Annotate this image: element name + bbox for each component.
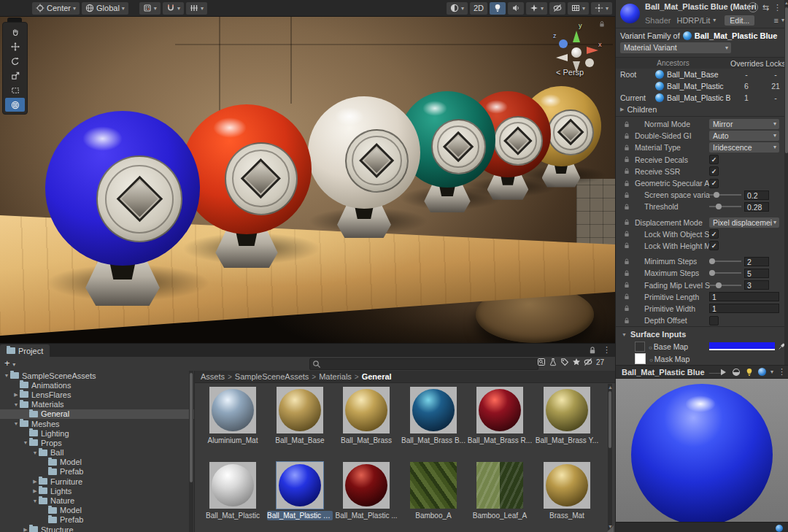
tree-scrollbar[interactable] — [189, 371, 193, 532]
2d-view-toggle[interactable]: 2D — [470, 2, 487, 15]
breadcrumb-item-samplesceneassets[interactable]: SampleSceneAssets — [235, 372, 309, 381]
tool-settings-dropdown[interactable]: ▾ — [139, 2, 161, 15]
tree-item-lighting[interactable]: Lighting — [0, 428, 194, 438]
slider-knob[interactable] — [716, 282, 722, 288]
tree-item-samplesceneassets[interactable]: ▼SampleSceneAssets — [0, 371, 194, 380]
lock-icon[interactable] — [623, 155, 630, 163]
foldout-arrow-icon[interactable]: ▶ — [22, 527, 29, 532]
slider-knob[interactable] — [709, 270, 715, 276]
lock-icon[interactable] — [623, 218, 630, 226]
tool-handle-rotation-dropdown[interactable]: Global ▾ — [82, 2, 128, 15]
gizmo-lock-icon[interactable] — [598, 20, 606, 28]
neg-z-axis-cone[interactable] — [585, 58, 594, 67]
lock-icon[interactable] — [623, 144, 630, 152]
neg-x-axis-cone[interactable] — [556, 54, 568, 61]
tree-item-prefab[interactable]: Prefab — [0, 467, 194, 477]
material-variant-dropdown[interactable]: Material Variant — [620, 42, 731, 53]
preview-shape-icon[interactable] — [732, 368, 741, 377]
property-slider[interactable] — [709, 194, 741, 196]
ancestor-row-ball-mat-plastic-blue[interactable]: CurrentBall_Mat_Plastic Blue1- — [616, 92, 788, 104]
preview-header[interactable]: Ball_Mat_Plastic Blue —— ▾ ⋮ — [616, 365, 788, 379]
breadcrumb-item-assets[interactable]: Assets — [201, 372, 225, 381]
foldout-arrow-icon[interactable]: ▶ — [12, 392, 20, 398]
tree-item-model[interactable]: Model — [0, 506, 194, 515]
lock-icon[interactable] — [623, 120, 630, 128]
z-axis-cone[interactable] — [559, 39, 568, 48]
slider-knob[interactable] — [709, 258, 715, 264]
surface-inputs-foldout[interactable]: ▼ Surface Inputs — [616, 328, 788, 340]
view-tool[interactable] — [5, 25, 25, 39]
search-by-label-icon[interactable] — [560, 358, 569, 366]
breadcrumb-item-materials[interactable]: Materials — [319, 372, 352, 381]
breadcrumb-item-general[interactable]: General — [362, 372, 392, 381]
property-dropdown[interactable]: Mirror — [709, 119, 779, 129]
lock-icon[interactable] — [623, 281, 630, 289]
property-checkbox[interactable]: ✓ — [709, 166, 719, 176]
asset-tile-ball-mat-brass-b[interactable]: Ball_Mat_Brass B... — [410, 387, 457, 445]
grid-visibility-dropdown[interactable]: ▾ — [568, 2, 589, 15]
foldout-arrow-icon[interactable]: ▼ — [12, 421, 20, 426]
grid-scrollbar[interactable]: ▲ ▼ — [608, 384, 612, 530]
environment-sphere-icon[interactable] — [758, 368, 766, 376]
ball-blue-plastic[interactable] — [45, 111, 200, 266]
tree-item-lights[interactable]: ▶Lights — [0, 486, 194, 496]
ball-white-plastic[interactable] — [308, 96, 420, 209]
property-dropdown[interactable]: Pixel displacemei — [709, 217, 779, 228]
panel-menu-icon[interactable]: ⋮ — [603, 345, 611, 355]
tool-handle-position-dropdown[interactable]: Center ▾ — [32, 2, 80, 15]
lock-icon[interactable] — [623, 180, 630, 188]
lock-icon[interactable] — [623, 269, 630, 277]
asset-tile-ball-mat-base[interactable]: Ball_Mat_Base — [277, 387, 323, 445]
base-map-texture-slot[interactable] — [635, 342, 645, 352]
inspector-scrollbar-thumb[interactable] — [785, 7, 788, 153]
mask-map-texture-slot[interactable] — [635, 353, 646, 364]
slider-value-field[interactable]: 0.28 — [744, 202, 769, 212]
lock-icon[interactable] — [623, 293, 630, 301]
search-input[interactable] — [323, 360, 536, 369]
slider-value-field[interactable]: 3 — [744, 280, 769, 290]
asset-tile-bamboo-a[interactable]: Bamboo_A — [410, 462, 457, 520]
lock-icon[interactable] — [623, 230, 630, 238]
snap-settings-dropdown[interactable]: ▾ — [163, 2, 184, 15]
panel-lock-icon[interactable] — [588, 346, 597, 355]
lock-icon[interactable] — [623, 242, 630, 250]
property-dropdown[interactable]: Auto — [709, 131, 779, 141]
asset-tile-bamboo-leaf-a[interactable]: Bamboo_Leaf_A — [476, 462, 523, 520]
property-slider[interactable] — [709, 285, 741, 286]
slider-value-field[interactable]: 5 — [744, 269, 769, 278]
hidden-objects-toggle[interactable] — [549, 2, 565, 15]
property-slider[interactable] — [709, 272, 741, 274]
tree-item-general[interactable]: General — [0, 409, 194, 419]
preview-menu-icon[interactable]: ⋮ — [778, 367, 786, 377]
foldout-arrow-icon[interactable]: ▼ — [3, 373, 10, 378]
property-slider[interactable] — [709, 206, 741, 207]
transform-tool[interactable] — [5, 98, 25, 112]
lock-icon[interactable] — [623, 167, 630, 175]
slider-value-field[interactable]: 2 — [744, 257, 769, 266]
tab-project[interactable]: Project — [0, 344, 50, 357]
scene-effects-dropdown[interactable]: ▾ — [526, 2, 547, 15]
tree-item-materials[interactable]: ▼Materials — [0, 400, 194, 409]
foldout-arrow-icon[interactable]: ▼ — [31, 498, 39, 504]
property-dropdown[interactable]: Iridescence — [709, 142, 779, 153]
tree-scrollbar-thumb[interactable] — [190, 373, 193, 482]
inspector-scrollbar[interactable]: ▲ — [784, 0, 788, 365]
asset-tile-ball-mat-plastic-b[interactable]: Ball_Mat_Plastic B... — [277, 462, 323, 520]
foldout-arrow-icon[interactable]: ▼ — [12, 402, 20, 407]
rotate-tool[interactable] — [5, 54, 25, 68]
property-checkbox[interactable]: ✓ — [709, 241, 719, 250]
foldout-arrow-icon[interactable]: ▼ — [22, 440, 29, 445]
grid-scrollbar-thumb[interactable] — [609, 391, 611, 448]
saved-searches-icon[interactable] — [572, 358, 581, 366]
tree-item-meshes[interactable]: ▼Meshes — [0, 419, 194, 428]
foldout-arrow-icon[interactable]: ▼ — [31, 450, 39, 455]
scale-tool[interactable] — [5, 69, 25, 82]
lock-icon[interactable] — [623, 317, 630, 325]
lock-icon[interactable] — [623, 191, 630, 199]
asset-tile-ball-mat-brass-r[interactable]: Ball_Mat_Brass R... — [476, 387, 523, 445]
rect-tool[interactable] — [5, 83, 25, 97]
x-axis-cone[interactable] — [587, 47, 598, 54]
burger-menu-icon[interactable]: ≡ — [774, 16, 779, 25]
property-value-field[interactable]: 1 — [709, 304, 779, 313]
asset-tile-ball-mat-plastic[interactable]: Ball_Mat_Plastic ... — [343, 462, 390, 520]
